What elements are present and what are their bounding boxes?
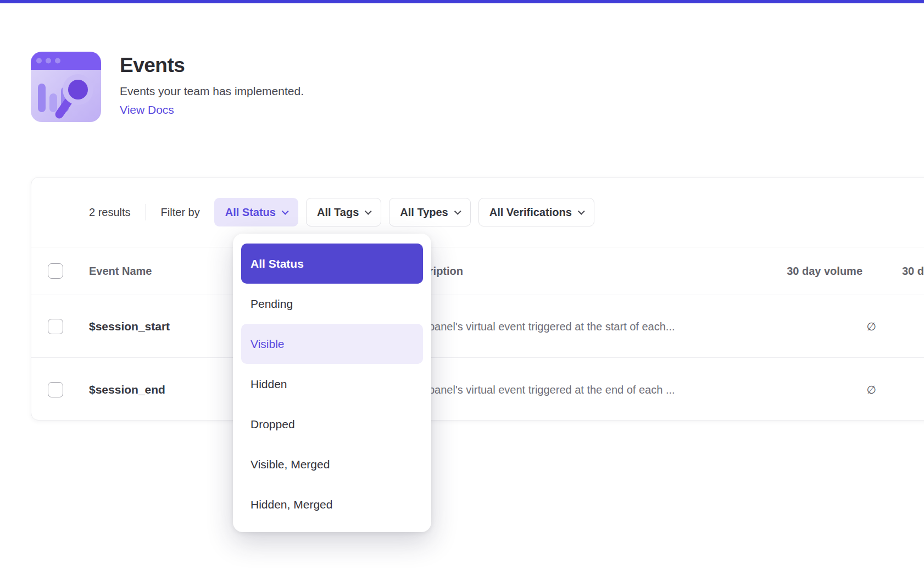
verifications-filter-label: All Verifications: [489, 206, 572, 219]
dropdown-item-all-status[interactable]: All Status: [241, 244, 423, 284]
table-row[interactable]: $session_start panel's virtual event tri…: [31, 295, 924, 358]
chevron-down-icon: [578, 208, 585, 215]
dropdown-item-hidden[interactable]: Hidden: [241, 364, 423, 404]
event-description: panel's virtual event triggered at the s…: [428, 320, 675, 333]
filter-by-label: Filter by: [161, 206, 200, 219]
row-checkbox[interactable]: [48, 319, 63, 334]
chevron-down-icon: [282, 208, 289, 215]
status-filter-chip[interactable]: All Status: [214, 198, 298, 226]
table-header-row: Event Name Description 30 day volume 30 …: [31, 247, 924, 295]
page-subtitle: Events your team has implemented.: [120, 85, 304, 98]
column-event-name: Event Name: [89, 265, 152, 278]
page-title: Events: [120, 54, 304, 77]
types-filter-chip[interactable]: All Types: [389, 198, 470, 226]
view-docs-link[interactable]: View Docs: [120, 103, 174, 117]
top-accent-bar: [0, 0, 924, 3]
dropdown-item-visible[interactable]: Visible: [241, 324, 423, 364]
dropdown-item-dropped[interactable]: Dropped: [241, 404, 423, 444]
toolbar-divider: [146, 204, 146, 220]
verifications-filter-chip[interactable]: All Verifications: [478, 198, 594, 226]
event-description: panel's virtual event triggered at the e…: [428, 383, 675, 396]
chevron-down-icon: [454, 208, 461, 215]
row-checkbox[interactable]: [48, 382, 63, 397]
chevron-down-icon: [365, 208, 372, 215]
table-row[interactable]: $session_end panel's virtual event trigg…: [31, 358, 924, 421]
event-name: $session_start: [89, 320, 170, 333]
column-30-day-volume: 30 day volume: [787, 265, 862, 278]
event-30-day-volume: ∅: [867, 383, 876, 396]
column-30d-partial: 30 d: [902, 265, 924, 278]
dropdown-item-pending[interactable]: Pending: [241, 284, 423, 324]
event-30-day-volume: ∅: [867, 320, 876, 333]
status-filter-label: All Status: [225, 206, 276, 219]
page-header: Events Events your team has implemented.…: [31, 52, 304, 122]
status-filter-dropdown: All Status Pending Visible Hidden Droppe…: [233, 234, 431, 532]
types-filter-label: All Types: [400, 206, 448, 219]
tags-filter-chip[interactable]: All Tags: [306, 198, 381, 226]
event-name: $session_end: [89, 383, 165, 396]
dropdown-item-visible-merged[interactable]: Visible, Merged: [241, 444, 423, 484]
results-count: 2 results: [89, 206, 131, 219]
events-table-card: 2 results Filter by All Status All Tags …: [31, 177, 924, 421]
events-app-icon: [31, 52, 101, 122]
table-toolbar: 2 results Filter by All Status All Tags …: [31, 178, 924, 247]
tags-filter-label: All Tags: [317, 206, 359, 219]
select-all-checkbox[interactable]: [48, 263, 63, 279]
dropdown-item-hidden-merged[interactable]: Hidden, Merged: [241, 484, 423, 524]
